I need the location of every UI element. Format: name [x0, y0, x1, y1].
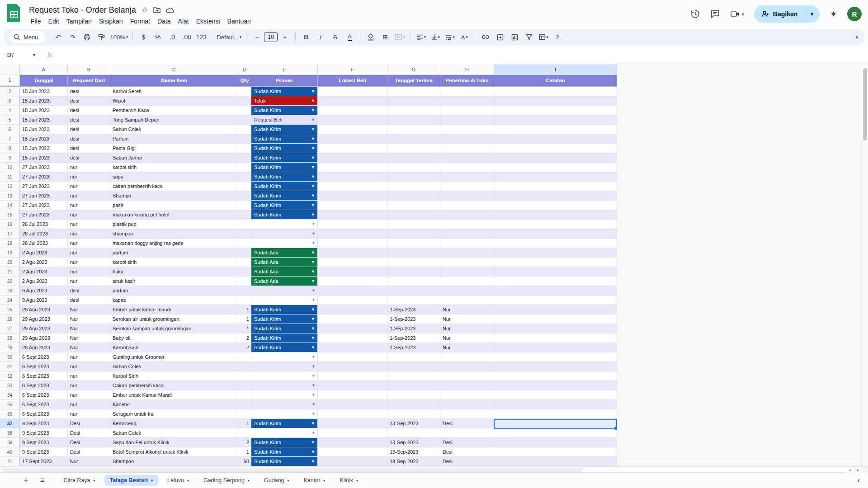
cell-E32[interactable]: ▼ [251, 371, 318, 381]
cell-B40[interactable]: Desi [68, 447, 110, 457]
cell-A33[interactable]: 6 Sept 2023 [20, 381, 68, 390]
cell-G41[interactable]: 18-Sep-2023 [387, 457, 440, 466]
cell-H36[interactable] [440, 409, 494, 419]
cell-C5[interactable]: Tong Sampah Depan [110, 115, 238, 125]
row-number-9[interactable]: 9 [0, 153, 20, 163]
cell-D14[interactable] [238, 201, 251, 210]
menu-format[interactable]: Format [127, 16, 154, 26]
row-number-10[interactable]: 10 [0, 163, 20, 172]
cell-B33[interactable]: nur [68, 381, 110, 390]
menu-file[interactable]: File [27, 16, 45, 26]
cell-F3[interactable] [318, 96, 387, 106]
status-dropdown-chip[interactable]: Sudah Ada▼ [251, 267, 317, 276]
dropdown-arrow-icon[interactable]: ▼ [311, 298, 316, 302]
row-number-36[interactable]: 36 [0, 409, 20, 419]
bold-button[interactable]: B [300, 31, 312, 43]
sheet-tab-menu-icon[interactable]: ▾ [287, 479, 289, 483]
cell-H34[interactable] [440, 390, 494, 400]
cell-G7[interactable] [387, 134, 440, 144]
cell-B27[interactable]: Nur [68, 324, 110, 333]
row-number-13[interactable]: 13 [0, 191, 20, 201]
cell-F13[interactable] [318, 191, 387, 201]
cell-E22[interactable]: Sudah Ada▼ [251, 277, 318, 286]
cell-D41[interactable]: 50 [238, 457, 251, 466]
cell-E27[interactable]: Sudah Kirim▼ [251, 324, 318, 333]
cell-D29[interactable]: 2 [238, 343, 251, 352]
insert-chart-button[interactable] [509, 31, 520, 43]
cell-A15[interactable]: 27 Jun 2023 [20, 210, 68, 220]
cell-A7[interactable]: 15 Jun 2023 [20, 134, 68, 144]
text-wrap-button[interactable]: ▾ [444, 31, 456, 43]
column-header-H[interactable]: H [440, 64, 494, 75]
cell-C15[interactable]: makanan kucing pet hotel [110, 210, 238, 220]
vertical-scrollbar[interactable]: ▾ [862, 64, 868, 473]
cell-E4[interactable]: Sudah Kirim▼ [251, 106, 318, 115]
cell-G27[interactable]: 1-Sep-2023 [387, 324, 440, 333]
cell-D40[interactable]: 1 [238, 447, 251, 457]
cell-E31[interactable]: ▼ [251, 362, 318, 371]
menu-edit[interactable]: Edit [45, 16, 63, 26]
row-number-20[interactable]: 20 [0, 258, 20, 267]
cell-F28[interactable] [318, 333, 387, 343]
cell-F34[interactable] [318, 390, 387, 400]
cell-C26[interactable]: Serokan air untuk groomingan. [110, 314, 238, 324]
cell-H27[interactable]: Nur [440, 324, 494, 333]
cell-D28[interactable]: 2 [238, 333, 251, 343]
row-number-26[interactable]: 26 [0, 314, 20, 324]
cell-A41[interactable]: 17 Sept 2023 [20, 457, 68, 466]
row-number-3[interactable]: 3 [0, 96, 20, 106]
cell-F20[interactable] [318, 258, 387, 267]
cell-E37[interactable]: Sudah Kirim▼ [251, 419, 318, 428]
sheet-tab-menu-icon[interactable]: ▾ [94, 479, 95, 483]
status-dropdown-chip[interactable]: Sudah Kirim▼ [251, 191, 317, 200]
cell-G13[interactable] [387, 191, 440, 201]
cell-B16[interactable]: nur [68, 220, 110, 229]
cell-F12[interactable] [318, 182, 387, 191]
dropdown-arrow-icon[interactable]: ▼ [311, 412, 316, 416]
sheet-tab-klinik[interactable]: Klinik▾ [334, 475, 363, 486]
cell-F40[interactable] [318, 447, 387, 457]
cell-B34[interactable]: nur [68, 390, 110, 400]
row-number-15[interactable]: 15 [0, 210, 20, 220]
row-number-29[interactable]: 29 [0, 343, 20, 352]
cell-E36[interactable]: ▼ [251, 409, 318, 419]
cell-I12[interactable] [494, 182, 617, 191]
cell-F33[interactable] [318, 381, 387, 390]
cell-G40[interactable]: 13-Sep-2023 [387, 447, 440, 457]
cell-F37[interactable] [318, 419, 387, 428]
cell-B22[interactable]: nur [68, 277, 110, 286]
sheet-tab-menu-icon[interactable]: ▾ [356, 479, 358, 483]
cell-F10[interactable] [318, 163, 387, 172]
cell-F7[interactable] [318, 134, 387, 144]
cell-E3[interactable]: Tolak▼ [251, 96, 318, 106]
cell-I36[interactable] [494, 409, 617, 419]
cell-B36[interactable]: nur [68, 409, 110, 419]
status-dropdown-chip[interactable]: Sudah Kirim▼ [251, 144, 317, 153]
cell-C8[interactable]: Pasta Gigi [110, 144, 238, 153]
cell-E39[interactable]: Sudah Kirim▼ [251, 438, 318, 447]
cell-E6[interactable]: Sudah Kirim▼ [251, 125, 318, 134]
cell-A30[interactable]: 6 Sept 2023 [20, 352, 68, 362]
cell-B26[interactable]: Nur [68, 314, 110, 324]
row-number-37[interactable]: 37 [0, 419, 20, 428]
cell-F14[interactable] [318, 201, 387, 210]
status-dropdown-chip[interactable]: Sudah Kirim▼ [251, 324, 317, 333]
cell-A11[interactable]: 27 Jun 2023 [20, 172, 68, 182]
cell-H13[interactable] [440, 191, 494, 201]
cell-A19[interactable]: 2 Agu 2023 [20, 248, 68, 258]
dropdown-arrow-icon[interactable]: ▼ [311, 431, 316, 435]
cell-I8[interactable] [494, 144, 617, 153]
cell-E8[interactable]: Sudah Kirim▼ [251, 144, 318, 153]
insert-comment-button[interactable] [494, 31, 506, 43]
cell-A4[interactable]: 15 Jun 2023 [20, 106, 68, 115]
status-dropdown-chip[interactable]: Sudah Kirim▼ [251, 125, 317, 134]
cell-C23[interactable]: parfum [110, 286, 238, 296]
cell-B30[interactable]: nur [68, 352, 110, 362]
cell-I17[interactable] [494, 229, 617, 239]
zoom-select[interactable]: 100%▾ [110, 31, 128, 43]
cell-E13[interactable]: Sudah Kirim▼ [251, 191, 318, 201]
cell-C13[interactable]: Shampo [110, 191, 238, 201]
cell-C25[interactable]: Ember untuk kamar mandi. [110, 305, 238, 314]
cell-C7[interactable]: Parfum [110, 134, 238, 144]
cell-H25[interactable]: Nur [440, 305, 494, 314]
